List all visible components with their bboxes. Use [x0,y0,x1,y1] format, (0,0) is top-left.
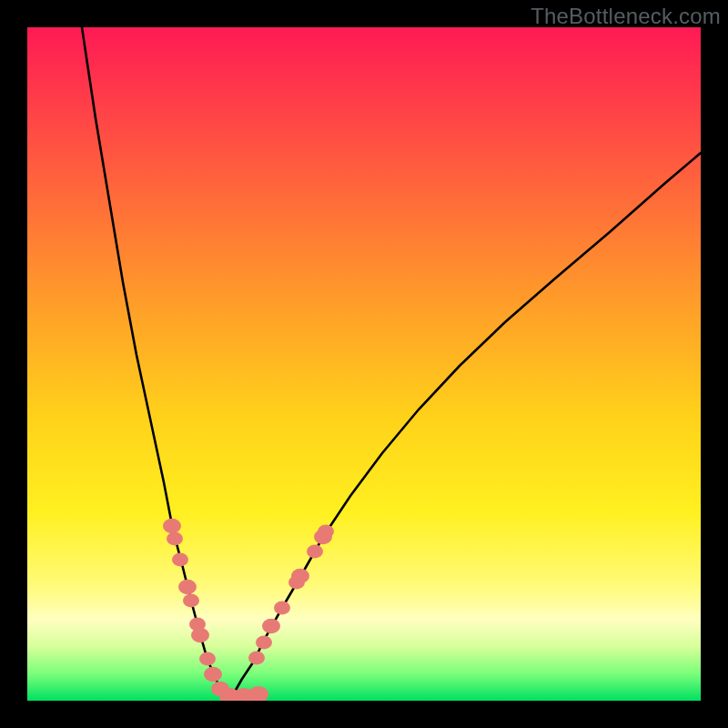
bead-marker [248,652,265,665]
bead-marker [167,532,183,546]
plot-frame [27,27,701,701]
bead-marker [163,519,181,533]
curve-svg [27,27,701,701]
bead-marker [291,569,309,583]
bead-marker [307,545,323,559]
bead-marker [178,580,197,594]
bead-marker [204,667,222,682]
bead-marker [172,553,188,567]
bead-marker [262,619,280,633]
bead-marker [274,602,290,615]
chart-container: TheBottleneck.com [0,0,728,728]
bead-marker [318,525,334,539]
bead-marker [248,686,268,701]
bead-marker [191,628,209,642]
bead-marker [183,594,199,608]
beads-group [163,519,334,701]
bead-marker [256,636,272,650]
watermark-text: TheBottleneck.com [531,4,721,29]
bottleneck-curve [82,27,701,697]
bead-marker [199,652,216,666]
